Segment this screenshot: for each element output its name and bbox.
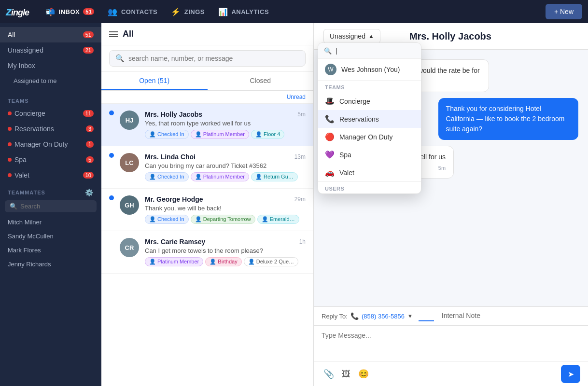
send-button[interactable]: ➤	[561, 365, 580, 383]
dropdown-item-reservations[interactable]: 📞 Reservations	[318, 110, 421, 128]
attach-button[interactable]: 📎	[322, 367, 336, 381]
dropdown-item-manager-on-duty[interactable]: 🔴 Manager On Duty	[318, 128, 421, 146]
conv-panel-header: All	[101, 23, 313, 45]
conv-item[interactable]: GH Mr. George Hodge 29m Thank you, we wi…	[101, 189, 313, 231]
conv-time: 29m	[294, 196, 306, 203]
tab-reply-to[interactable]	[419, 311, 434, 321]
emoji-button[interactable]: 😊	[356, 367, 371, 381]
conv-tags: 👤 Checked In 👤 Platinum Member 👤 Floor 4	[145, 130, 306, 139]
inbox-icon: 📬	[45, 7, 56, 16]
conversation-panel: All 🔍 Open (51) Closed Unread HJ Mr	[101, 0, 314, 386]
teammates-search-wrap[interactable]: 🔍	[5, 200, 97, 212]
tag: 👤 Checked In	[145, 172, 189, 181]
conv-preview: Can you bring my car around? Ticket #356…	[145, 162, 306, 169]
conv-name: Mrs. Carie Ramsey	[145, 238, 205, 246]
zings-nav-item[interactable]: ⚡ ZINGS	[164, 4, 211, 19]
concierge-icon: 🎩	[325, 96, 335, 106]
search-icon: 🔍	[115, 54, 125, 63]
search-input[interactable]	[128, 55, 299, 62]
contact-name: Mrs. Holly Jacobs	[409, 31, 491, 42]
tag: 👤 Platinum Member	[145, 257, 203, 266]
sidebar: All 51 Unassigned 21 My Inbox Assigned t…	[0, 0, 101, 386]
conv-time: 5m	[297, 111, 306, 118]
conv-name: Mrs. Holly Jacobs	[145, 110, 202, 118]
teammate-sandy[interactable]: Sandy McCullen	[0, 229, 101, 243]
logo[interactable]: zingle	[6, 5, 29, 18]
conv-time: 13m	[294, 153, 306, 160]
dropdown-overlay[interactable]: 🔍 W Wes Johnson (You) Teams 🎩 Concierge …	[318, 42, 421, 194]
search-icon: 🔍	[10, 203, 17, 210]
phone-icon: 📞	[350, 312, 359, 320]
sidebar-item-manager-on-duty[interactable]: Manager On Duty 1	[0, 137, 101, 152]
chevron-up-icon: ▲	[368, 33, 374, 40]
tag: 👤 Checked In	[145, 130, 189, 139]
image-button[interactable]: 🖼	[340, 367, 352, 381]
hamburger-icon[interactable]	[109, 31, 118, 37]
tag: 👤 Return Gu…	[251, 172, 298, 181]
dropdown-item-concierge[interactable]: 🎩 Concierge	[318, 92, 421, 110]
conv-preview: Can I get more towels to the room please…	[145, 247, 306, 254]
new-button[interactable]: + New	[546, 4, 582, 19]
avatar: HJ	[120, 110, 139, 130]
sidebar-item-concierge[interactable]: Concierge 11	[0, 106, 101, 121]
avatar: GH	[120, 195, 139, 215]
sidebar-item-all[interactable]: All 51	[0, 27, 101, 42]
conv-name: Mr. George Hodge	[145, 195, 203, 203]
teammate-mark[interactable]: Mark Flores	[0, 243, 101, 257]
conv-panel-title: All	[123, 29, 134, 39]
conv-item[interactable]: LC Mrs. Linda Choi 13m Can you bring my …	[101, 146, 313, 189]
tag: 👤 Floor 4	[251, 130, 284, 139]
teammate-mitch[interactable]: Mitch Milner	[0, 215, 101, 229]
dropdown-item-spa[interactable]: 💜 Spa	[318, 146, 421, 164]
sidebar-item-spa[interactable]: Spa 5	[0, 152, 101, 167]
unread-dot	[109, 153, 114, 158]
teammates-settings-icon[interactable]: ⚙️	[85, 189, 94, 196]
tag: 👤 Deluxe 2 Que…	[244, 257, 298, 266]
inbox-nav-item[interactable]: 📬 INBOX 51	[39, 4, 101, 19]
contacts-nav-item[interactable]: 👥 CONTACTS	[101, 4, 164, 19]
tag: 👤 Birthday	[205, 257, 241, 266]
tabs-bar: Open (51) Closed	[101, 72, 313, 91]
phone-chevron-icon[interactable]: ▼	[407, 313, 413, 319]
dropdown-search-bar: 🔍	[318, 43, 421, 59]
sidebar-item-valet[interactable]: Valet 10	[0, 167, 101, 183]
conv-tags: 👤 Checked In 👤 Departing Tomorrow 👤 Emer…	[145, 215, 306, 224]
dropdown-item-valet[interactable]: 🚗 Valet	[318, 164, 421, 182]
unread-dot	[109, 110, 114, 115]
dropdown-search-icon: 🔍	[324, 47, 332, 55]
reply-toolbar: 📎 🖼 😊 ➤	[314, 361, 588, 386]
conv-preview: Thank you, we will be back!	[145, 205, 306, 212]
message-input[interactable]	[314, 326, 588, 359]
unassigned-badge: 21	[83, 47, 94, 54]
conv-time: 1h	[299, 238, 306, 245]
dropdown-you-item[interactable]: W Wes Johnson (You)	[318, 59, 421, 81]
tab-closed[interactable]: Closed	[208, 72, 314, 90]
sidebar-item-unassigned[interactable]: Unassigned 21	[0, 42, 101, 58]
sidebar-item-assigned-to-me[interactable]: Assigned to me	[0, 73, 101, 88]
unassigned-dropdown-btn[interactable]: Unassigned ▲	[323, 29, 380, 43]
reply-area: Reply To: 📞 (858) 356-5856 ▼ Internal No…	[314, 306, 588, 386]
conv-name: Mrs. Linda Choi	[145, 153, 196, 161]
reply-to-label: Reply To: 📞 (858) 356-5856 ▼	[322, 307, 417, 325]
dropdown-users-title: Users	[318, 182, 421, 193]
analytics-icon: 📊	[218, 7, 228, 16]
analytics-nav-item[interactable]: 📊 ANALYTICS	[211, 4, 276, 19]
conv-tags: 👤 Platinum Member 👤 Birthday 👤 Deluxe 2 …	[145, 257, 306, 266]
conv-preview: Yes, that room type worked well for us	[145, 120, 306, 127]
manager-on-duty-icon: 🔴	[325, 132, 335, 141]
user-avatar-icon: W	[325, 64, 336, 75]
sidebar-item-reservations[interactable]: Reservations 3	[0, 121, 101, 137]
avatar: CR	[120, 238, 139, 257]
reply-phone-number: (858) 356-5856	[362, 313, 405, 320]
tag: 👤 Platinum Member	[191, 172, 249, 181]
teammate-jenny[interactable]: Jenny Richards	[0, 257, 101, 271]
reservations-icon: 📞	[325, 114, 335, 124]
tab-open[interactable]: Open (51)	[101, 72, 208, 90]
teammates-search-input[interactable]	[20, 203, 92, 210]
teammates-section-title: TEAMMATES ⚙️	[0, 183, 101, 198]
sidebar-item-my-inbox[interactable]: My Inbox	[0, 58, 101, 73]
dropdown-search-input[interactable]	[336, 47, 420, 55]
conv-item[interactable]: CR Mrs. Carie Ramsey 1h Can I get more t…	[101, 231, 313, 274]
conv-item[interactable]: HJ Mrs. Holly Jacobs 5m Yes, that room t…	[101, 104, 313, 146]
tab-internal-note[interactable]: Internal Note	[434, 307, 488, 325]
